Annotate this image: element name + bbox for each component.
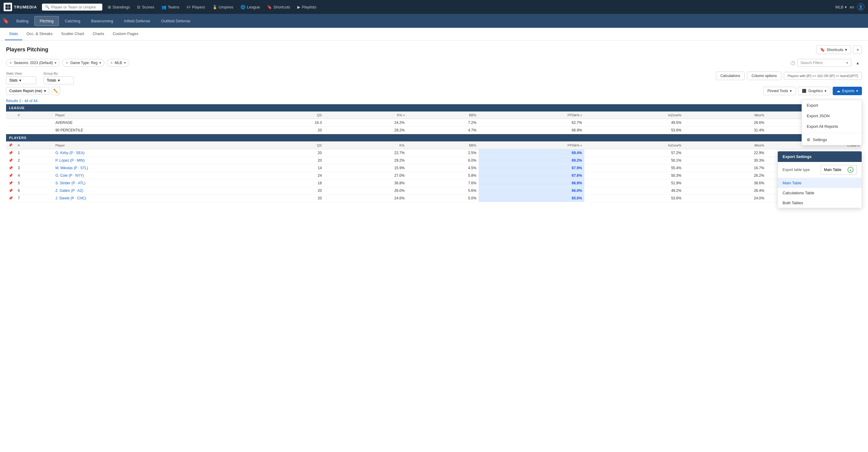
calc-table-option[interactable]: Calculations Table <box>778 188 862 198</box>
logo-icon <box>4 3 12 11</box>
search-input[interactable] <box>51 5 99 9</box>
stats-tab-scatter[interactable]: Scatter Chart <box>57 28 88 40</box>
global-search[interactable]: 🔍 <box>42 4 102 10</box>
player-cell[interactable]: Z. Gallen (P · AZ) <box>53 187 259 195</box>
pin-cell[interactable]: 📌 <box>6 157 16 164</box>
tab-outfield[interactable]: Outfield Defense <box>156 16 195 26</box>
shortcuts-icon: 🔖 <box>267 5 272 9</box>
col-qs2[interactable]: QS <box>259 141 324 149</box>
col-fpstk[interactable]: FPStk% ▾ <box>479 112 584 119</box>
nav-standings[interactable]: ⊞ Standings <box>105 3 133 11</box>
stats-view-select[interactable]: Stats ▾ <box>6 77 36 84</box>
exports-button[interactable]: ☁ Exports ▾ <box>833 87 862 95</box>
player-cell[interactable]: G. Cole (P · NYY) <box>53 172 259 179</box>
col-miss[interactable]: Miss% <box>684 112 767 119</box>
fpstk-cell: 69.2% <box>479 157 584 164</box>
tab-baserunning[interactable]: Baserunning <box>86 16 118 26</box>
group-by-group: Group By: Totals ▾ <box>43 72 74 84</box>
stats-tab-custom[interactable]: Custom Pages <box>108 28 143 40</box>
pin-cell[interactable]: 📌 <box>6 195 16 202</box>
edit-report-button[interactable]: ✏️ <box>52 87 60 95</box>
player-column-headers: 📌 # Player QS K% BB% FPStk% ▾ InZone% Mi… <box>6 141 862 149</box>
nav-playlists[interactable]: ▶ Playlists <box>294 3 319 11</box>
season-filter-clear[interactable]: ✕ <box>9 61 12 65</box>
graphics-button[interactable]: ⬛ Graphics ▾ <box>798 87 830 95</box>
col-inzone2[interactable]: InZone% <box>584 141 684 149</box>
language-selector[interactable]: en <box>850 5 854 9</box>
nav-league[interactable]: 🌐 League <box>238 3 263 11</box>
search-filters[interactable]: Search Filters ▾ <box>797 59 851 67</box>
bookmark-icon[interactable]: 🔖 <box>2 18 9 24</box>
stats-tab-occ[interactable]: Occ. & Streaks <box>22 28 57 40</box>
pinned-tools-button[interactable]: Pinned Tools ▾ <box>764 87 796 95</box>
mlb-selector[interactable]: MLB ▾ <box>835 5 847 9</box>
export-type-select[interactable]: Main Table ▲ <box>820 165 857 175</box>
pin-cell[interactable]: 📌 <box>6 172 16 179</box>
col-bb2[interactable]: BB% <box>407 141 479 149</box>
col-hash[interactable]: # <box>16 112 53 119</box>
export-json-item[interactable]: Export JSON <box>802 111 862 121</box>
history-icon[interactable]: 🕐 <box>790 61 795 65</box>
column-options-button[interactable]: Column options <box>747 72 781 80</box>
col-bb[interactable]: BB% <box>407 112 479 119</box>
custom-report-select[interactable]: Custom Report (me) ▾ <box>6 87 49 95</box>
col-player[interactable]: Player <box>53 112 259 119</box>
main-table-option[interactable]: Main Table <box>778 178 862 188</box>
col-k2[interactable]: K% <box>324 141 407 149</box>
gametype-filter[interactable]: ✕ Game Type: Reg ▾ <box>62 59 104 67</box>
logo[interactable]: TRUMEDIA <box>4 3 37 11</box>
both-tables-option[interactable]: Both Tables <box>778 198 862 208</box>
col-fpstk2[interactable]: FPStk% ▾ <box>479 141 584 149</box>
shortcuts-add-button[interactable]: + <box>854 46 862 54</box>
players-section-header: PLAYERS <box>6 134 862 142</box>
stats-tab-charts[interactable]: Charts <box>88 28 108 40</box>
tab-catching[interactable]: Catching <box>60 16 85 26</box>
player-cell[interactable]: G. Kirby (P · SEA) <box>53 149 259 157</box>
player-cell[interactable]: M. Mikolas (P · STL) <box>53 164 259 172</box>
col-miss2[interactable]: Miss% <box>684 141 767 149</box>
calculations-button[interactable]: Calculations <box>716 72 745 80</box>
tab-pitching[interactable]: Pitching <box>34 16 59 26</box>
stats-view-group: Stats View: Stats ▾ <box>6 72 36 84</box>
qs-cell: 20 <box>259 187 324 195</box>
col-player2[interactable]: Player <box>53 141 259 149</box>
shortcuts-button[interactable]: 🔖 Shortcuts ▾ <box>816 45 851 54</box>
player-cell[interactable]: J. Steele (P · CHC) <box>53 195 259 202</box>
col-qs[interactable]: QS <box>259 112 324 119</box>
mlb-filter[interactable]: ✕ MLB ▾ <box>107 59 129 67</box>
pin-cell[interactable]: 📌 <box>6 187 16 195</box>
season-filter[interactable]: ✕ Seasons: 2023 (Default) ▾ <box>6 59 60 67</box>
nav-umpires[interactable]: 🏅 Umpires <box>210 3 236 11</box>
group-by-select[interactable]: Totals ▾ <box>43 77 74 84</box>
pin-cell[interactable]: 📌 <box>6 164 16 172</box>
export-item[interactable]: Export <box>802 100 862 111</box>
gametype-filter-clear[interactable]: ✕ <box>65 61 68 65</box>
nav-teams[interactable]: 👥 Teams <box>158 3 182 11</box>
rank-cell: 1 <box>16 149 53 157</box>
nav-shortcuts[interactable]: 🔖 Shortcuts <box>264 3 293 11</box>
tab-infield[interactable]: Infield Defense <box>119 16 155 26</box>
player-cell[interactable]: P. López (P · MIN) <box>53 157 259 164</box>
export-settings-panel: Export Settings Export table type Main T… <box>777 151 862 208</box>
filter-expand-button[interactable]: ▲ <box>853 59 862 66</box>
user-avatar[interactable]: 👤 <box>857 3 864 10</box>
stats-tab-stats[interactable]: Stats <box>5 28 22 40</box>
graphics-chevron: ▾ <box>825 89 826 93</box>
scores-icon: ⊟ <box>137 5 140 9</box>
shortcuts-icon: 🔖 <box>820 48 825 52</box>
tab-batting[interactable]: Batting <box>11 16 33 26</box>
col-hash2[interactable]: # <box>16 141 53 149</box>
pin-cell[interactable]: 📌 <box>6 179 16 187</box>
player-cell[interactable]: S. Strider (P · ATL) <box>53 179 259 187</box>
svg-rect-0 <box>5 4 8 7</box>
settings-item[interactable]: ⚙ Settings <box>802 135 862 145</box>
mlb-filter-clear[interactable]: ✕ <box>110 61 113 65</box>
nav-scores[interactable]: ⊟ Scores <box>134 3 157 11</box>
nav-players[interactable]: 🏷 Players <box>184 3 208 11</box>
col-inzone[interactable]: InZone% <box>584 112 684 119</box>
col-k[interactable]: K% ▾ <box>324 112 407 119</box>
group-by-chevron: ▾ <box>58 78 60 83</box>
pin-cell[interactable]: 📌 <box>6 149 16 157</box>
export-all-item[interactable]: Export All Reports <box>802 121 862 132</box>
controls-row: Stats View: Stats ▾ Group By: Totals ▾ C… <box>0 69 868 87</box>
